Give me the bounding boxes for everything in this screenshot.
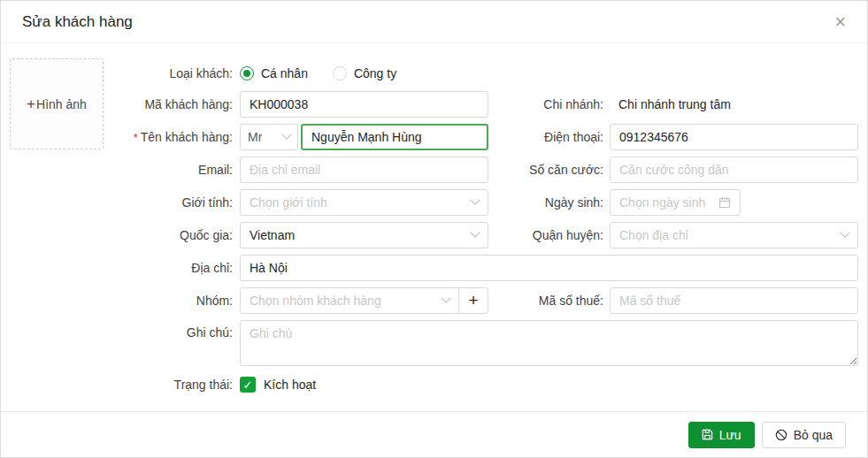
group-select[interactable]: Chọn nhóm khách hàng <box>240 287 459 314</box>
radio-cong-ty-label: Công ty <box>354 66 396 80</box>
status-label: Trạng thái: <box>1 378 240 392</box>
note-label: Ghi chú: <box>1 320 240 340</box>
gender-placeholder: Chọn giới tính <box>250 195 327 210</box>
customer-form: Loại khách: Cá nhân Công ty Mã khách hàn… <box>1 43 867 394</box>
save-button[interactable]: Lưu <box>688 422 755 448</box>
modal-footer: Lưu Bỏ qua <box>1 411 867 457</box>
note-textarea[interactable] <box>240 320 858 366</box>
gender-label: Giới tính: <box>1 195 240 210</box>
customer-type-radio-group: Cá nhân Công ty <box>240 66 396 80</box>
cancel-button[interactable]: Bỏ qua <box>762 422 846 448</box>
modal-body: + Hình ảnh Loại khách: Cá nhân Công ty <box>1 43 867 411</box>
name-title-select[interactable]: Mr <box>240 124 298 150</box>
gender-select[interactable]: Chọn giới tính <box>240 189 488 216</box>
chevron-down-icon <box>470 228 480 238</box>
save-button-label: Lưu <box>719 428 741 442</box>
country-label: Quốc gia: <box>1 228 240 242</box>
chevron-down-icon <box>281 130 291 140</box>
modal-title: Sửa khách hàng <box>22 13 133 31</box>
district-select[interactable]: Chọn địa chỉ <box>610 222 858 248</box>
customer-name-input[interactable] <box>301 124 488 150</box>
email-label: Email: <box>1 163 240 177</box>
image-upload-label: Hình ảnh <box>36 97 87 111</box>
save-icon <box>702 429 713 440</box>
address-label: Địa chỉ: <box>1 261 240 275</box>
group-label: Nhóm: <box>1 294 240 308</box>
birthday-label: Ngày sinh: <box>488 195 610 210</box>
modal-header: Sửa khách hàng × <box>1 1 867 43</box>
radio-selected-icon <box>240 66 254 80</box>
address-input[interactable] <box>240 255 858 281</box>
country-value: Vietnam <box>250 228 295 242</box>
edit-customer-modal: Sửa khách hàng × + Hình ảnh Loại khách: … <box>0 0 868 458</box>
status-checkbox[interactable]: ✓ <box>240 377 256 393</box>
check-icon: ✓ <box>243 378 253 392</box>
plus-icon: + <box>27 95 35 113</box>
name-title-value: Mr <box>248 130 262 144</box>
country-select[interactable]: Vietnam <box>240 222 488 248</box>
chevron-down-icon <box>840 228 849 238</box>
radio-cong-ty[interactable]: Công ty <box>333 66 396 80</box>
tax-code-input[interactable] <box>610 287 858 314</box>
district-placeholder: Chọn địa chỉ <box>619 228 688 242</box>
image-upload-box[interactable]: + Hình ảnh <box>10 58 104 149</box>
branch-value: Chi nhánh trung tâm <box>610 97 731 111</box>
radio-ca-nhan-label: Cá nhân <box>261 66 308 80</box>
tax-code-label: Mã số thuế: <box>488 294 610 308</box>
id-card-label: Số căn cước: <box>488 163 610 177</box>
close-icon[interactable]: × <box>833 12 848 32</box>
ban-icon <box>775 429 787 441</box>
district-label: Quận huyện: <box>488 228 610 242</box>
birthday-placeholder: Chọn ngày sinh <box>619 195 705 210</box>
birthday-picker[interactable]: Chọn ngày sinh <box>610 189 741 216</box>
status-checkbox-label: Kích hoạt <box>264 378 316 392</box>
email-input[interactable] <box>240 156 488 183</box>
plus-icon: + <box>468 292 478 309</box>
required-asterisk: * <box>134 131 138 144</box>
group-placeholder: Chọn nhóm khách hàng <box>250 294 381 308</box>
branch-label: Chi nhánh: <box>488 97 610 111</box>
radio-unselected-icon <box>333 66 347 80</box>
add-group-button[interactable]: + <box>458 287 488 314</box>
id-card-input[interactable] <box>610 156 858 183</box>
phone-input[interactable] <box>610 124 858 150</box>
calendar-icon <box>718 196 731 209</box>
phone-label: Điện thoại: <box>488 130 610 144</box>
cancel-button-label: Bỏ qua <box>794 428 833 442</box>
customer-code-input[interactable] <box>240 91 488 118</box>
chevron-down-icon <box>470 195 480 205</box>
radio-ca-nhan[interactable]: Cá nhân <box>240 66 308 80</box>
chevron-down-icon <box>441 294 450 303</box>
